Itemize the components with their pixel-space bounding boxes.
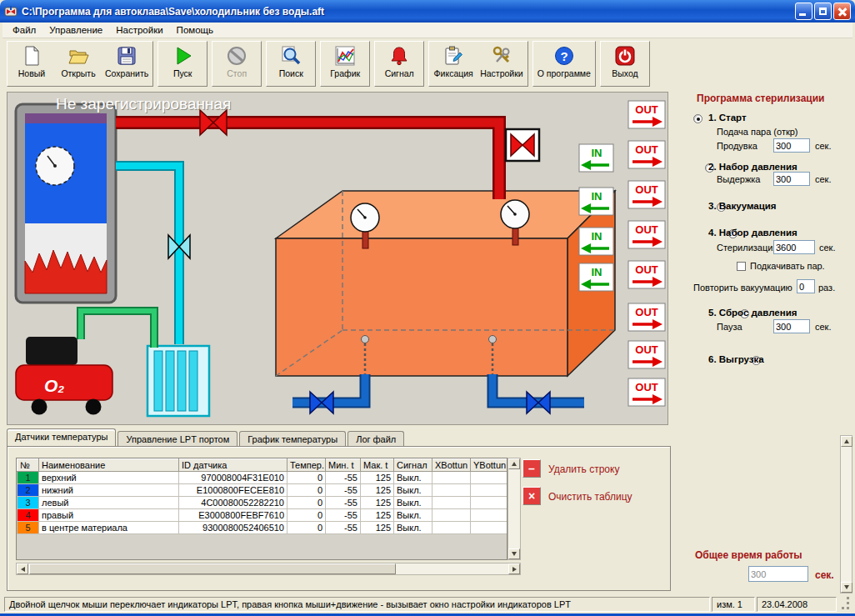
holding-unit: сек. — [815, 174, 832, 184]
total-time-label: Общее время работы — [695, 549, 802, 561]
fixation-button[interactable]: Фиксация — [430, 43, 477, 85]
pause-input[interactable] — [773, 319, 810, 333]
drain-valve-right[interactable] — [527, 392, 550, 413]
toolbar-group-chart: График — [320, 41, 370, 87]
sterilization-input[interactable] — [773, 240, 815, 254]
search-button[interactable]: Поиск — [268, 43, 314, 85]
blowdown-input[interactable] — [773, 138, 810, 153]
titlebar[interactable]: C:\Программа для автоклава\Save\холодиль… — [0, 0, 855, 23]
maximize-button[interactable] — [814, 3, 832, 20]
toolbar-group-file: Новый Открыть Сохранить — [7, 41, 153, 87]
cell-min: -55 — [326, 497, 361, 509]
panel-scrollbar[interactable] — [840, 435, 852, 593]
out-indicator-3[interactable]: OUT — [628, 181, 665, 208]
scroll-left-icon[interactable] — [17, 563, 28, 574]
toolbar-group-start: Пуск — [158, 41, 208, 87]
out-indicator-8[interactable]: OUT — [628, 378, 665, 406]
toolbar-group-signal: Сигнал — [374, 41, 424, 87]
start-button[interactable]: Пуск — [159, 43, 206, 85]
tab-log-file[interactable]: Лог файл — [348, 431, 404, 446]
col-max-t[interactable]: Мак. t — [361, 459, 394, 472]
in-indicator-3[interactable]: IN — [579, 228, 613, 255]
out-indicator-4[interactable]: OUT — [628, 221, 665, 248]
toolbar: Новый Открыть Сохранить — [2, 38, 852, 89]
status-modification: изм. 1 — [712, 597, 755, 612]
clear-table-button[interactable]: × — [522, 487, 541, 505]
scroll-up-icon[interactable] — [841, 436, 852, 447]
chart-button[interactable]: График — [322, 43, 368, 85]
in-indicator-4[interactable]: IN — [579, 263, 613, 291]
out-indicator-7[interactable]: OUT — [628, 341, 665, 368]
col-signal[interactable]: Сигнал — [394, 459, 432, 472]
svg-text:IN: IN — [592, 147, 602, 159]
col-xbottun[interactable]: XBottun — [432, 459, 471, 472]
stop-button[interactable]: Стоп — [213, 43, 260, 85]
cell-x — [432, 522, 471, 534]
menu-item-settings[interactable]: Настройки — [109, 23, 169, 37]
row-color-swatch: 5 — [18, 522, 39, 534]
app-icon — [4, 5, 18, 18]
scroll-down-icon[interactable] — [508, 548, 520, 559]
table-row[interactable]: 5 в центре материала 9300080052406510 0 … — [18, 522, 508, 534]
cell-max: 125 — [361, 509, 394, 522]
statusbar: Двойной щелчок мыши переключает индикато… — [2, 595, 852, 613]
table-row[interactable]: 2 нижний E1000800FECEE810 0 -55 125 Выкл… — [18, 484, 508, 497]
total-time-input[interactable] — [748, 566, 808, 582]
about-button[interactable]: ? О программе — [534, 43, 594, 85]
scroll-down-icon[interactable] — [841, 582, 852, 593]
out-indicator-5[interactable]: OUT — [628, 261, 665, 288]
col-temperature[interactable]: Темпер. — [288, 459, 326, 472]
table-row[interactable]: 1 верхний 970008004F31E010 0 -55 125 Вык… — [18, 472, 508, 484]
step1-radio[interactable] — [693, 114, 702, 123]
out-indicator-2[interactable]: OUT — [628, 141, 665, 168]
pump-steam-checkbox[interactable] — [737, 262, 746, 271]
out-indicator-6[interactable]: OUT — [628, 303, 665, 331]
cell-name: правый — [39, 509, 179, 522]
col-min-t[interactable]: Мин. t — [326, 459, 361, 472]
holding-input[interactable] — [773, 172, 810, 186]
menu-item-help[interactable]: Помощь — [170, 23, 220, 37]
repeat-vacuum-input[interactable] — [797, 279, 815, 293]
table-row[interactable]: 3 левый 4C00080052282210 0 -55 125 Выкл. — [18, 497, 508, 509]
open-button-label: Открыть — [61, 68, 95, 78]
steam-valve[interactable] — [200, 110, 227, 135]
scroll-up-icon[interactable] — [508, 458, 520, 469]
tab-lpt-port-control[interactable]: Управление LPT портом — [118, 431, 238, 446]
out-indicator-1[interactable]: OUT — [628, 101, 665, 128]
table-row[interactable]: 4 правый E3000800FEBF7610 0 -55 125 Выкл… — [18, 509, 508, 522]
toolbar-group-search: Поиск — [266, 41, 316, 87]
new-button[interactable]: Новый — [8, 43, 55, 85]
step2-label: 2. Набор давления — [708, 162, 798, 172]
exit-button[interactable]: Выход — [602, 43, 648, 85]
col-sensor-id[interactable]: ID датчика — [179, 459, 288, 472]
menu-item-control[interactable]: Управление — [42, 23, 109, 37]
menu-item-file[interactable]: Файл — [6, 23, 42, 37]
tab-temperature-chart[interactable]: График температуры — [239, 431, 346, 446]
bottom-tabs: Датчики температуры Управление LPT порто… — [7, 428, 406, 446]
scrollbar-thumb[interactable] — [29, 563, 396, 574]
open-button[interactable]: Открыть — [55, 43, 102, 85]
save-button[interactable]: Сохранить — [102, 43, 152, 85]
signal-button[interactable]: Сигнал — [376, 43, 422, 85]
in-indicator-2[interactable]: IN — [579, 188, 613, 215]
col-ybottun[interactable]: YBottun — [471, 459, 508, 472]
minimize-button[interactable] — [795, 3, 812, 20]
table-horizontal-scrollbar[interactable] — [16, 563, 521, 575]
boxed-valve[interactable] — [506, 129, 539, 161]
resize-grip[interactable] — [838, 597, 851, 612]
repeat-vacuum-label: Повторить вакуумацию — [693, 283, 792, 293]
drain-valve-left[interactable] — [310, 392, 333, 413]
svg-text:IN: IN — [592, 230, 602, 243]
scroll-right-icon[interactable] — [508, 563, 520, 574]
close-button[interactable] — [833, 3, 851, 20]
col-number[interactable]: № — [18, 459, 39, 472]
total-time-unit: сек. — [815, 569, 834, 581]
in-indicator-1[interactable]: IN — [579, 144, 613, 172]
settings-button[interactable]: Настройки — [477, 43, 527, 85]
delete-row-button[interactable]: – — [522, 459, 541, 478]
table-vertical-scrollbar[interactable] — [508, 458, 521, 560]
tab-temperature-sensors[interactable]: Датчики температуры — [7, 428, 116, 446]
col-name[interactable]: Наименование — [39, 459, 179, 472]
pause-label: Пауза — [717, 322, 742, 332]
stop-button-label: Стоп — [227, 68, 247, 78]
